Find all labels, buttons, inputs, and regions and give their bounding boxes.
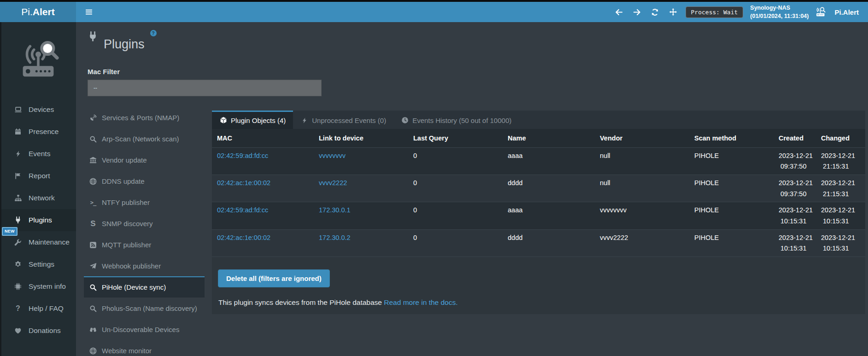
col-header-changed[interactable]: Changed bbox=[817, 129, 865, 148]
sidebar-item-help-faq[interactable]: ?Help / FAQ bbox=[0, 298, 76, 320]
plugin-nav-item-snmp[interactable]: SSNMP discovery bbox=[84, 213, 205, 234]
plugin-nav-label: Services & Ports (NMAP) bbox=[102, 114, 179, 122]
table-row: 02:42:ac:1e:00:02 vvvv2222 0 dddd null P… bbox=[212, 175, 865, 202]
mac-link[interactable]: 02:42:ac:1e:00:02 bbox=[217, 179, 270, 187]
tab-label: Unprocessed Events (0) bbox=[312, 117, 386, 124]
device-link[interactable]: 172.30.0.1 bbox=[319, 206, 351, 214]
col-header-scan-method[interactable]: Scan method bbox=[691, 129, 775, 148]
plugin-nav-item-mqtt[interactable]: MQTT publisher bbox=[84, 234, 205, 255]
sidebar-item-system-info[interactable]: System info bbox=[0, 275, 76, 298]
flag-icon bbox=[14, 172, 22, 180]
plugin-nav-item-undiscoverable[interactable]: Un-Discoverable Devices bbox=[84, 319, 205, 340]
plugin-nav-label: DDNS update bbox=[102, 177, 145, 185]
plugin-nav-item-pihole[interactable]: PiHole (Device sync) bbox=[84, 276, 205, 298]
changed-time: 21:15:31 bbox=[821, 163, 862, 170]
plugin-nav-label: MQTT publisher bbox=[102, 241, 151, 249]
sidebar-item-label: System info bbox=[29, 282, 66, 291]
sidebar-item-maintenance[interactable]: NEWMaintenance bbox=[0, 231, 76, 253]
mac-link[interactable]: 02:42:59:ad:fd:cc bbox=[217, 206, 268, 214]
tab-label: Plugin Objects (4) bbox=[231, 117, 286, 124]
plugin-detail-panel: Plugin Objects (4) Unprocessed Events (0… bbox=[212, 111, 865, 314]
plugin-nav-item-nmap[interactable]: Services & Ports (NMAP) bbox=[84, 107, 205, 128]
move-arrows-icon bbox=[669, 8, 677, 16]
mac-link[interactable]: 02:42:ac:1e:00:02 bbox=[217, 234, 270, 241]
col-header-name[interactable]: Name bbox=[504, 129, 596, 148]
plugin-nav-item-webhook[interactable]: Webhook publisher bbox=[84, 255, 205, 276]
plugin-nav-item-pholus[interactable]: Pholus-Scan (Name discovery) bbox=[84, 298, 205, 319]
sidebar-toggle-button[interactable] bbox=[81, 4, 97, 20]
satellite-dish-icon bbox=[89, 114, 97, 122]
sidebar-item-network[interactable]: Network bbox=[0, 187, 76, 209]
sidebar-item-presence[interactable]: Presence bbox=[0, 121, 76, 143]
sidebar-item-devices[interactable]: Devices bbox=[0, 99, 76, 121]
page-help-badge[interactable]: ? bbox=[150, 30, 157, 36]
delete-all-button[interactable]: Delete all (filters are ignored) bbox=[218, 269, 330, 287]
changed-date: 2023-12-21 bbox=[821, 179, 862, 187]
cell-created: 2023-12-2109:37:50 bbox=[775, 175, 817, 202]
tab-plugin-objects[interactable]: Plugin Objects (4) bbox=[212, 111, 293, 129]
cell-changed: 2023-12-2110:15:31 bbox=[817, 229, 865, 257]
tab-unprocessed-events[interactable]: Unprocessed Events (0) bbox=[293, 111, 393, 129]
cell-vendor: vvvv2222 bbox=[596, 229, 691, 257]
tab-label: Events History (50 out of 10000) bbox=[412, 117, 511, 124]
changed-time: 10:15:31 bbox=[821, 217, 862, 225]
app-name: Pi.Alert bbox=[834, 8, 859, 16]
sidebar-item-donations[interactable]: Donations bbox=[0, 320, 76, 342]
col-header-vendor[interactable]: Vendor bbox=[596, 129, 691, 148]
cell-scan-method: PIHOLE bbox=[691, 229, 775, 257]
device-link[interactable]: vvvv2222 bbox=[319, 179, 347, 187]
cell-link-to-device: 172.30.0.2 bbox=[315, 229, 410, 257]
sidebar-item-label: Report bbox=[29, 172, 50, 180]
plugin-nav-label: PiHole (Device sync) bbox=[102, 283, 166, 291]
col-header-created[interactable]: Created bbox=[775, 129, 817, 148]
laptop-icon bbox=[14, 106, 22, 114]
bank-icon bbox=[89, 157, 97, 164]
mac-filter-block: Mac Filter bbox=[88, 68, 868, 96]
refresh-button[interactable] bbox=[650, 6, 661, 18]
mac-link[interactable]: 02:42:59:ad:fd:cc bbox=[217, 152, 268, 159]
plugin-nav-item-ddns[interactable]: DDNS update bbox=[84, 170, 205, 192]
nav-back-button[interactable] bbox=[614, 6, 625, 18]
gear-icon bbox=[14, 261, 22, 268]
sidebar-item-settings[interactable]: Settings bbox=[0, 253, 76, 275]
plugin-description-text: This plugin syncs devices from the PiHol… bbox=[218, 298, 382, 306]
col-header-link[interactable]: Link to device bbox=[315, 129, 410, 148]
docs-link[interactable]: Read more in the docs. bbox=[384, 298, 457, 306]
plugin-nav-label: Webhook publisher bbox=[102, 262, 161, 270]
sidebar-item-events[interactable]: Events bbox=[0, 143, 76, 165]
cell-created: 2023-12-2109:37:50 bbox=[775, 147, 817, 175]
sidebar-item-label: Devices bbox=[29, 105, 54, 114]
brand-logo[interactable]: Pi.Alert bbox=[0, 2, 76, 22]
plugin-nav-item-arpscan[interactable]: Arp-Scan (Network scan) bbox=[84, 128, 205, 149]
device-link[interactable]: 172.30.0.2 bbox=[319, 234, 351, 241]
arrow-right-icon bbox=[633, 8, 641, 16]
table-row: 02:42:ac:1e:00:02 172.30.0.2 0 dddd vvvv… bbox=[212, 229, 865, 257]
sitemap-icon bbox=[14, 194, 22, 202]
nav-forward-button[interactable] bbox=[632, 6, 643, 18]
plugin-nav-item-vendor-update[interactable]: Vendor update bbox=[84, 149, 205, 170]
tab-bar: Plugin Objects (4) Unprocessed Events (0… bbox=[212, 111, 865, 129]
sidebar-item-label: Events bbox=[29, 150, 50, 158]
changed-time: 21:15:31 bbox=[821, 190, 862, 198]
page-header: Plugins ? bbox=[76, 22, 868, 60]
created-date: 2023-12-21 bbox=[779, 179, 814, 187]
fullscreen-button[interactable] bbox=[668, 6, 679, 18]
changed-date: 2023-12-21 bbox=[821, 234, 862, 242]
device-link[interactable]: vvvvvvvv bbox=[319, 152, 346, 159]
tab-events-history[interactable]: Events History (50 out of 10000) bbox=[393, 111, 519, 129]
sidebar-item-label: Help / FAQ bbox=[29, 304, 64, 313]
table-body: 02:42:59:ad:fd:cc vvvvvvvv 0 aaaa null P… bbox=[212, 147, 865, 257]
col-header-last-query[interactable]: Last Query bbox=[410, 129, 504, 148]
cell-changed: 2023-12-2121:15:31 bbox=[817, 175, 865, 202]
col-header-mac[interactable]: MAC bbox=[212, 129, 315, 148]
question-icon: ? bbox=[14, 305, 22, 313]
plugin-nav-label: Vendor update bbox=[102, 156, 147, 164]
wrench-icon bbox=[14, 239, 22, 246]
cell-mac: 02:42:59:ad:fd:cc bbox=[212, 147, 315, 175]
plugin-nav-item-ntfy[interactable]: >_NTFY publisher bbox=[84, 192, 205, 213]
plugin-nav-item-website-monitor[interactable]: Website monitor bbox=[84, 340, 205, 356]
sidebar-item-report[interactable]: Report bbox=[0, 165, 76, 187]
plug-icon bbox=[14, 216, 22, 224]
mac-filter-input[interactable] bbox=[88, 80, 322, 96]
paper-plane-icon bbox=[89, 263, 97, 270]
